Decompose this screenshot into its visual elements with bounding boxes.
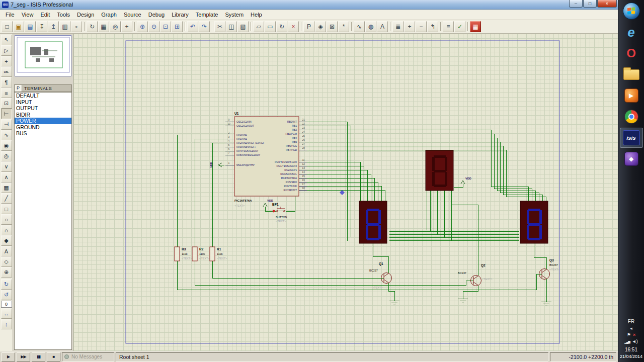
- search-and-tag-button[interactable]: ◍: [365, 21, 376, 32]
- ground-terminals[interactable]: [389, 299, 551, 306]
- component-q2[interactable]: Q2 BC237 <TEXT>: [458, 263, 492, 286]
- redraw-button[interactable]: ↻: [87, 21, 98, 32]
- pause-button[interactable]: ▮▮: [32, 352, 45, 361]
- menu-graph[interactable]: Graph: [98, 10, 120, 19]
- print-button[interactable]: ▥: [59, 21, 70, 32]
- logic-state-dot[interactable]: [273, 210, 275, 213]
- generator-mode-button[interactable]: ◎: [1, 151, 12, 161]
- rotate-anticlockwise-button[interactable]: ↺: [1, 290, 12, 300]
- rotate-clockwise-button[interactable]: ↻: [1, 279, 12, 290]
- maximize-button[interactable]: □: [583, 0, 597, 8]
- block-copy-button[interactable]: ▱: [253, 21, 264, 32]
- 2d-symbol-mode-button[interactable]: ◇: [1, 256, 12, 267]
- menu-template[interactable]: Template: [192, 10, 222, 19]
- cursor-mode-button[interactable]: +: [121, 21, 132, 32]
- false-origin-button[interactable]: ◎: [110, 21, 121, 32]
- rotation-angle-field[interactable]: 0: [1, 301, 12, 308]
- open-design-button[interactable]: ▣: [13, 21, 24, 32]
- list-item-default[interactable]: DEFAULT: [15, 93, 71, 99]
- zoom-in-button[interactable]: ⊕: [137, 21, 148, 32]
- text-script-mode-button[interactable]: ¶: [1, 77, 12, 87]
- terminal-mode-button[interactable]: ⊢: [1, 109, 12, 119]
- block-move-button[interactable]: ▭: [265, 21, 276, 32]
- menu-debug[interactable]: Debug: [145, 10, 168, 19]
- list-item-bidir[interactable]: BIDIR: [15, 112, 71, 118]
- block-rotate-button[interactable]: ↻: [276, 21, 287, 32]
- zoom-sheet-button[interactable]: ⊞: [172, 21, 183, 32]
- wire-label-mode-button[interactable]: LBL: [1, 66, 12, 77]
- taskbar-item-ares[interactable]: ◆: [620, 149, 643, 169]
- 7seg-display-left[interactable]: [359, 201, 387, 243]
- list-item-power[interactable]: POWER: [15, 118, 71, 124]
- clock-date[interactable]: 21/04/2014: [620, 354, 642, 359]
- bill-of-materials-button[interactable]: ≡: [443, 21, 454, 32]
- step-button[interactable]: ▶▶: [17, 352, 30, 361]
- start-button[interactable]: [620, 1, 643, 21]
- minimize-button[interactable]: –: [569, 0, 583, 8]
- 2d-text-mode-button[interactable]: A: [1, 246, 12, 256]
- taskbar-item-isis[interactable]: isis: [620, 128, 643, 148]
- menu-help[interactable]: Help: [247, 10, 266, 19]
- toggle-grid-button[interactable]: ▦: [98, 21, 109, 32]
- menu-edit[interactable]: Edit: [37, 10, 53, 19]
- 2d-arc-mode-button[interactable]: ∩: [1, 225, 12, 235]
- netlist-to-ares-button[interactable]: ▦: [470, 21, 481, 32]
- graph-mode-button[interactable]: ∿: [1, 130, 12, 140]
- menu-tools[interactable]: Tools: [53, 10, 73, 19]
- goto-sheet-button[interactable]: ↰: [427, 21, 438, 32]
- menu-file[interactable]: File: [2, 10, 18, 19]
- packaging-tool-button[interactable]: ⊠: [327, 21, 338, 32]
- schematic-canvas[interactable]: U1 PIC16F876A <TEXT> 9 10 2 3 4 5 6 7: [73, 34, 618, 351]
- save-design-button[interactable]: ▤: [25, 21, 36, 32]
- import-section-button[interactable]: ↧: [36, 21, 47, 32]
- tape-recorder-mode-button[interactable]: ◉: [1, 140, 12, 151]
- component-r2[interactable]: R2 110k <TEXT>: [192, 247, 209, 261]
- menu-view[interactable]: View: [18, 10, 37, 19]
- mark-output-area-button[interactable]: ▫: [71, 21, 82, 32]
- component-mode-button[interactable]: ▷: [1, 45, 12, 56]
- clock-time[interactable]: 16:51: [625, 347, 637, 352]
- 2d-box-mode-button[interactable]: □: [1, 204, 12, 214]
- mirror-horizontal-button[interactable]: ↔: [1, 308, 12, 319]
- taskbar-item-opera[interactable]: O: [620, 43, 643, 63]
- network-icon[interactable]: ▂▄▆: [624, 340, 629, 343]
- device-pin-mode-button[interactable]: ⊣: [1, 119, 12, 130]
- new-sheet-button[interactable]: +: [404, 21, 415, 32]
- remove-sheet-button[interactable]: −: [416, 21, 427, 32]
- 2d-path-mode-button[interactable]: ◆: [1, 235, 12, 246]
- component-r1[interactable]: R1 110k <TEXT>: [210, 247, 227, 261]
- component-q3[interactable]: Q3 BC237 <TEXT>: [539, 258, 560, 280]
- play-button[interactable]: ▶: [2, 352, 15, 361]
- 7seg-display-top[interactable]: [426, 150, 453, 191]
- volume-icon[interactable]: ◄): [632, 339, 638, 344]
- 2d-marker-mode-button[interactable]: ⊕: [1, 267, 12, 278]
- zoom-out-button[interactable]: ⊖: [148, 21, 159, 32]
- list-item-ground[interactable]: GROUND: [15, 124, 71, 131]
- undo-button[interactable]: ↶: [187, 21, 198, 32]
- redo-button[interactable]: ↷: [199, 21, 210, 32]
- pick-devices-button[interactable]: P: [14, 84, 22, 92]
- wire-autorouter-button[interactable]: ∿: [354, 21, 365, 32]
- overview-minimap[interactable]: [15, 35, 71, 76]
- pick-parts-button[interactable]: P: [303, 21, 314, 32]
- design-explorer-button[interactable]: ≣: [392, 21, 404, 32]
- current-probe-mode-button[interactable]: ∧: [1, 172, 12, 183]
- cut-button[interactable]: ✂: [214, 21, 225, 32]
- zoom-area-button[interactable]: ⊡: [160, 21, 171, 32]
- copy-button[interactable]: ◫: [226, 21, 237, 32]
- close-button[interactable]: ×: [597, 0, 617, 8]
- junction-dot-mode-button[interactable]: +: [1, 56, 12, 66]
- export-section-button[interactable]: ↥: [48, 21, 59, 32]
- paste-button[interactable]: ▧: [237, 21, 249, 32]
- make-device-button[interactable]: ◈: [315, 21, 326, 32]
- menu-design[interactable]: Design: [73, 10, 98, 19]
- taskbar-item-explorer[interactable]: [620, 64, 643, 84]
- mirror-vertical-button[interactable]: ↕: [1, 319, 12, 329]
- bus-mode-button[interactable]: ≡: [1, 87, 12, 98]
- menu-library[interactable]: Library: [168, 10, 192, 19]
- subcircuit-mode-button[interactable]: ⊡: [1, 98, 12, 109]
- list-item-output[interactable]: OUTPUT: [15, 105, 71, 112]
- taskbar-item-chrome[interactable]: [620, 107, 643, 127]
- decompose-button[interactable]: *: [338, 21, 349, 32]
- action-center-flag-icon[interactable]: ⚑: [627, 332, 631, 337]
